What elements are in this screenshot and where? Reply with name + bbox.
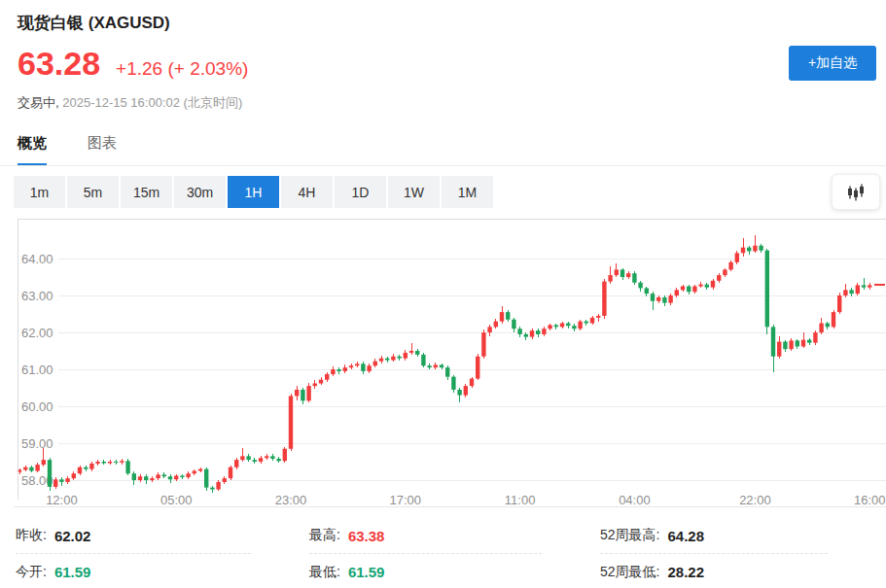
current-price: 63.28 bbox=[18, 45, 100, 83]
stat-low: 最低:61.59 bbox=[309, 554, 542, 588]
timeframe-1w[interactable]: 1W bbox=[388, 176, 440, 208]
tab-chart[interactable]: 图表 bbox=[88, 134, 117, 166]
quote-page: 现货白银 (XAGUSD) 63.28 +1.26 (+ 2.03%) 交易中,… bbox=[0, 0, 886, 588]
stat-open: 今开:61.59 bbox=[16, 554, 251, 588]
price-change: +1.26 (+ 2.03%) bbox=[116, 58, 248, 80]
tab-overview[interactable]: 概览 bbox=[18, 134, 47, 166]
stat-52w-high: 52周最高:64.28 bbox=[600, 518, 828, 554]
svg-text:62.00: 62.00 bbox=[21, 326, 53, 340]
price-row: 63.28 +1.26 (+ 2.03%) bbox=[18, 45, 248, 83]
timeframe-1m-month[interactable]: 1M bbox=[442, 176, 493, 208]
stat-prev-close: 昨收:62.02 bbox=[16, 518, 251, 554]
svg-text:05:00: 05:00 bbox=[160, 493, 193, 507]
candlestick-chart-icon bbox=[845, 182, 867, 203]
svg-text:04:00: 04:00 bbox=[619, 493, 651, 507]
svg-text:61.00: 61.00 bbox=[21, 363, 53, 377]
timeframe-1h[interactable]: 1H bbox=[228, 176, 279, 208]
svg-text:64.00: 64.00 bbox=[21, 252, 53, 266]
stat-52w-low: 52周最低:28.22 bbox=[600, 554, 828, 588]
market-status-row: 交易中, 2025-12-15 16:00:02 (北京时间) bbox=[18, 94, 242, 112]
timeframe-30m[interactable]: 30m bbox=[174, 176, 226, 208]
quote-timestamp: 2025-12-15 16:00:02 (北京时间) bbox=[62, 95, 242, 110]
svg-text:59.00: 59.00 bbox=[21, 436, 53, 451]
timeframe-5m[interactable]: 5m bbox=[67, 176, 119, 208]
svg-text:17:00: 17:00 bbox=[390, 493, 422, 507]
svg-text:23:00: 23:00 bbox=[275, 493, 307, 507]
svg-text:11:00: 11:00 bbox=[505, 493, 536, 507]
timeframe-4h[interactable]: 4H bbox=[281, 176, 333, 208]
stats-grid: 昨收:62.02 最高:63.38 52周最高:64.28 今开:61.59 最… bbox=[16, 518, 886, 588]
svg-text:22:00: 22:00 bbox=[739, 493, 771, 507]
tab-divider bbox=[0, 165, 886, 166]
kline-style-button[interactable] bbox=[832, 174, 880, 210]
timeframe-toolbar: 1m 5m 15m 30m 1H 4H 1D 1W 1M bbox=[14, 176, 493, 208]
svg-text:16:00: 16:00 bbox=[854, 493, 886, 507]
page-title: 现货白银 (XAGUSD) bbox=[18, 12, 170, 34]
svg-text:12:00: 12:00 bbox=[46, 493, 78, 507]
tab-bar: 概览 图表 bbox=[18, 134, 117, 166]
svg-text:63.00: 63.00 bbox=[21, 289, 53, 303]
timeframe-15m[interactable]: 15m bbox=[121, 176, 172, 208]
stat-high: 最高:63.38 bbox=[309, 518, 542, 554]
svg-text:60.00: 60.00 bbox=[21, 399, 53, 414]
timeframe-1m[interactable]: 1m bbox=[14, 176, 65, 208]
timeframe-1d[interactable]: 1D bbox=[335, 176, 386, 208]
add-watchlist-button[interactable]: +加自选 bbox=[789, 46, 876, 81]
market-status: 交易中, bbox=[18, 95, 59, 110]
candlestick-chart[interactable]: 64.0063.0062.0061.0060.0059.0058.0012:00… bbox=[0, 216, 886, 507]
